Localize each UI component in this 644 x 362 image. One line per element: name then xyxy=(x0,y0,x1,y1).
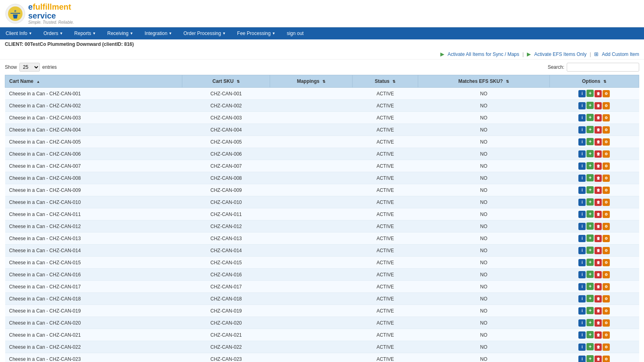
nav-item-fee-processing[interactable]: Fee Processing ▼ xyxy=(231,27,281,39)
col-header-matches-efs[interactable]: Matches EFS SKU? ⇅ xyxy=(418,75,549,88)
info-button[interactable]: i xyxy=(578,150,586,158)
nav-item-client-info[interactable]: Client Info ▼ xyxy=(0,27,38,39)
orange-button[interactable]: ⚙ xyxy=(603,223,610,230)
info-button[interactable]: i xyxy=(578,90,586,97)
info-button[interactable]: i xyxy=(578,271,586,278)
add-button[interactable]: + xyxy=(586,150,594,157)
col-header-mappings[interactable]: Mappings ⇅ xyxy=(270,75,353,88)
orange-button[interactable]: ⚙ xyxy=(603,356,610,362)
add-button[interactable]: + xyxy=(586,90,594,97)
orange-button[interactable]: ⚙ xyxy=(603,114,610,121)
search-input[interactable] xyxy=(567,63,639,72)
add-button[interactable]: + xyxy=(586,331,594,338)
add-button[interactable]: + xyxy=(586,355,594,362)
add-button[interactable]: + xyxy=(586,343,594,350)
orange-button[interactable]: ⚙ xyxy=(603,295,610,302)
orange-button[interactable]: ⚙ xyxy=(603,90,610,97)
delete-button[interactable]: 🗑 xyxy=(594,271,602,278)
delete-button[interactable]: 🗑 xyxy=(594,295,602,302)
delete-button[interactable]: 🗑 xyxy=(594,223,602,230)
add-button[interactable]: + xyxy=(586,222,594,230)
orange-button[interactable]: ⚙ xyxy=(603,175,610,182)
delete-button[interactable]: 🗑 xyxy=(594,247,602,254)
info-button[interactable]: i xyxy=(578,223,586,230)
orange-button[interactable]: ⚙ xyxy=(603,199,610,206)
orange-button[interactable]: ⚙ xyxy=(603,283,610,290)
add-button[interactable]: + xyxy=(586,162,594,169)
orange-button[interactable]: ⚙ xyxy=(603,271,610,278)
col-header-cart-name[interactable]: Cart Name ▲ xyxy=(5,75,182,88)
add-custom-link[interactable]: Add Custom Item xyxy=(602,51,639,57)
delete-button[interactable]: 🗑 xyxy=(594,102,602,109)
orange-button[interactable]: ⚙ xyxy=(603,247,610,254)
add-button[interactable]: + xyxy=(586,174,594,181)
info-button[interactable]: i xyxy=(578,356,586,362)
orange-button[interactable]: ⚙ xyxy=(603,150,610,158)
info-button[interactable]: i xyxy=(578,283,586,290)
orange-button[interactable]: ⚙ xyxy=(603,307,610,315)
orange-button[interactable]: ⚙ xyxy=(603,259,610,266)
info-button[interactable]: i xyxy=(578,199,586,206)
info-button[interactable]: i xyxy=(578,331,586,339)
activate-efs-link[interactable]: Activate EFS Items Only xyxy=(534,51,586,57)
info-button[interactable]: i xyxy=(578,343,586,351)
delete-button[interactable]: 🗑 xyxy=(594,259,602,266)
col-header-status[interactable]: Status ⇅ xyxy=(353,75,418,88)
orange-button[interactable]: ⚙ xyxy=(603,138,610,146)
delete-button[interactable]: 🗑 xyxy=(594,114,602,121)
delete-button[interactable]: 🗑 xyxy=(594,138,602,146)
add-button[interactable]: + xyxy=(586,247,594,254)
info-button[interactable]: i xyxy=(578,114,586,121)
info-button[interactable]: i xyxy=(578,162,586,170)
orange-button[interactable]: ⚙ xyxy=(603,319,610,327)
delete-button[interactable]: 🗑 xyxy=(594,343,602,351)
delete-button[interactable]: 🗑 xyxy=(594,307,602,315)
add-button[interactable]: + xyxy=(586,319,594,326)
info-button[interactable]: i xyxy=(578,211,586,218)
col-header-options[interactable]: Options ⇅ xyxy=(549,75,639,88)
info-button[interactable]: i xyxy=(578,259,586,266)
activate-all-link[interactable]: Activate All Items for Sync / Maps xyxy=(448,51,519,57)
delete-button[interactable]: 🗑 xyxy=(594,319,602,327)
col-header-cart-sku[interactable]: Cart SKU ⇅ xyxy=(182,75,270,88)
delete-button[interactable]: 🗑 xyxy=(594,235,602,242)
entries-select[interactable]: 10 25 50 100 xyxy=(19,63,40,72)
add-button[interactable]: + xyxy=(586,186,594,193)
orange-button[interactable]: ⚙ xyxy=(603,102,610,109)
info-button[interactable]: i xyxy=(578,138,586,146)
add-button[interactable]: + xyxy=(586,259,594,266)
orange-button[interactable]: ⚙ xyxy=(603,162,610,170)
orange-button[interactable]: ⚙ xyxy=(603,331,610,339)
add-button[interactable]: + xyxy=(586,234,594,242)
add-button[interactable]: + xyxy=(586,271,594,278)
nav-item-sign-out[interactable]: sign out xyxy=(281,27,309,39)
delete-button[interactable]: 🗑 xyxy=(594,187,602,194)
delete-button[interactable]: 🗑 xyxy=(594,90,602,97)
add-button[interactable]: + xyxy=(586,102,594,109)
info-button[interactable]: i xyxy=(578,247,586,254)
delete-button[interactable]: 🗑 xyxy=(594,356,602,362)
nav-item-reports[interactable]: Reports ▼ xyxy=(69,27,102,39)
add-button[interactable]: + xyxy=(586,138,594,145)
nav-item-order-processing[interactable]: Order Processing ▼ xyxy=(178,27,231,39)
nav-item-receiving[interactable]: Receiving ▼ xyxy=(102,27,139,39)
orange-button[interactable]: ⚙ xyxy=(603,343,610,351)
add-button[interactable]: + xyxy=(586,126,594,133)
orange-button[interactable]: ⚙ xyxy=(603,211,610,218)
info-button[interactable]: i xyxy=(578,187,586,194)
add-button[interactable]: + xyxy=(586,307,594,314)
delete-button[interactable]: 🗑 xyxy=(594,211,602,218)
add-button[interactable]: + xyxy=(586,210,594,218)
info-button[interactable]: i xyxy=(578,319,586,327)
orange-button[interactable]: ⚙ xyxy=(603,126,610,134)
orange-button[interactable]: ⚙ xyxy=(603,187,610,194)
delete-button[interactable]: 🗑 xyxy=(594,175,602,182)
delete-button[interactable]: 🗑 xyxy=(594,199,602,206)
add-button[interactable]: + xyxy=(586,198,594,206)
orange-button[interactable]: ⚙ xyxy=(603,235,610,242)
delete-button[interactable]: 🗑 xyxy=(594,126,602,134)
info-button[interactable]: i xyxy=(578,175,586,182)
info-button[interactable]: i xyxy=(578,235,586,242)
delete-button[interactable]: 🗑 xyxy=(594,162,602,170)
info-button[interactable]: i xyxy=(578,295,586,302)
